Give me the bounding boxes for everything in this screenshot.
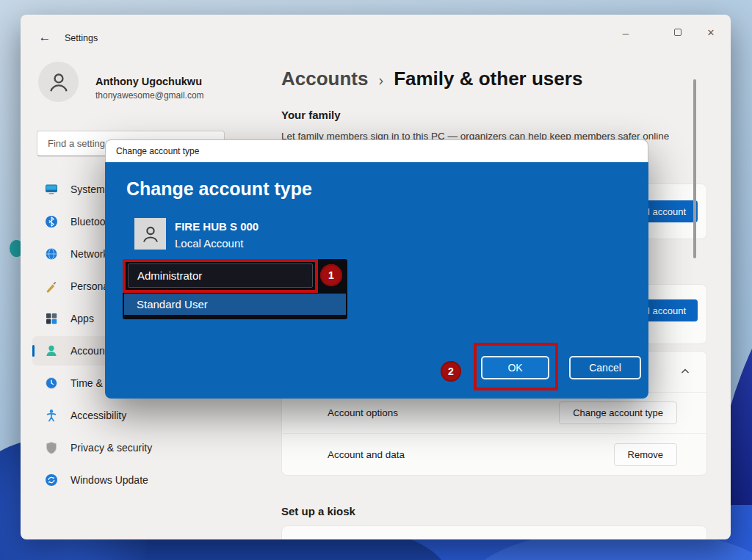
account-and-data-row: Account and data Remove (282, 434, 706, 475)
time-language-icon (44, 376, 59, 390)
chevron-up-icon[interactable] (680, 366, 690, 377)
scrollbar[interactable] (693, 79, 696, 258)
sidebar-item-label: System (70, 183, 105, 195)
annotation-step1-badge: 1 (320, 264, 342, 286)
profile-name: Anthony Ugochukwu (95, 76, 202, 87)
back-button[interactable]: ← (35, 28, 54, 47)
sidebar-item-windows-update[interactable]: Windows Update (32, 465, 232, 495)
windows-update-icon (44, 473, 59, 487)
dropdown-option-administrator[interactable]: Administrator (128, 263, 313, 288)
sidebar-item-label: Windows Update (70, 474, 148, 486)
ok-button[interactable]: OK (481, 356, 549, 379)
cancel-button[interactable]: Cancel (569, 356, 641, 379)
breadcrumb-accounts-link[interactable]: Accounts (281, 68, 368, 90)
profile-email: thonyawesome@gmail.com (95, 90, 204, 101)
kiosk-card (281, 526, 707, 539)
sidebar-item-label: Accessibility (70, 410, 126, 421)
account-options-row: Account options Change account type (282, 393, 706, 434)
close-button[interactable]: ✕ (703, 24, 719, 40)
dialog-body: Change account type FIRE HUB S 000 Local… (105, 162, 648, 399)
dialog-titlebar-title: Change account type (116, 146, 199, 156)
maximize-button[interactable] (670, 24, 686, 40)
sidebar-item-label: Privacy & security (70, 442, 152, 454)
dialog-titlebar: Change account type (105, 139, 648, 162)
person-icon (46, 70, 71, 95)
apps-icon (44, 311, 59, 326)
change-account-type-dialog: Change account type Change account type … (105, 139, 648, 399)
annotation-step2-badge: 2 (441, 361, 461, 382)
selected-indicator (32, 345, 35, 357)
account-options-label: Account options (328, 407, 398, 418)
remove-button[interactable]: Remove (614, 443, 677, 466)
your-family-heading: Your family (281, 109, 341, 121)
account-and-data-label: Account and data (328, 449, 405, 460)
accessibility-icon (44, 408, 59, 423)
kiosk-heading: Set up a kiosk (281, 505, 355, 517)
account-avatar (134, 218, 166, 250)
bluetooth-icon (44, 214, 59, 229)
account-type-dropdown: Administrator Standard User (123, 259, 347, 319)
profile-avatar (38, 62, 79, 102)
system-icon (44, 182, 59, 197)
desktop: ← Settings – ✕ Anthony Ugochukwu thonyaw… (0, 0, 752, 560)
dropdown-option-standard-user[interactable]: Standard User (124, 294, 346, 315)
person-icon (140, 223, 162, 245)
chevron-right-icon: › (378, 72, 383, 89)
accounts-icon (44, 343, 59, 358)
minimize-button[interactable]: – (618, 24, 634, 40)
page-title: Family & other users (394, 68, 582, 90)
dialog-heading: Change account type (126, 178, 312, 200)
change-account-type-button[interactable]: Change account type (559, 401, 677, 424)
privacy-security-icon (44, 440, 59, 455)
network-icon (44, 247, 59, 261)
sidebar-item-accessibility[interactable]: Accessibility (32, 401, 232, 430)
account-kind: Local Account (175, 237, 243, 250)
sidebar-item-label: Apps (70, 313, 94, 324)
sidebar-item-privacy-security[interactable]: Privacy & security (32, 433, 232, 462)
window-title: Settings (65, 33, 98, 43)
breadcrumb: Accounts › Family & other users (281, 68, 582, 90)
maximize-icon (674, 29, 682, 36)
personalisation-icon (44, 279, 59, 294)
account-name: FIRE HUB S 000 (175, 220, 258, 233)
